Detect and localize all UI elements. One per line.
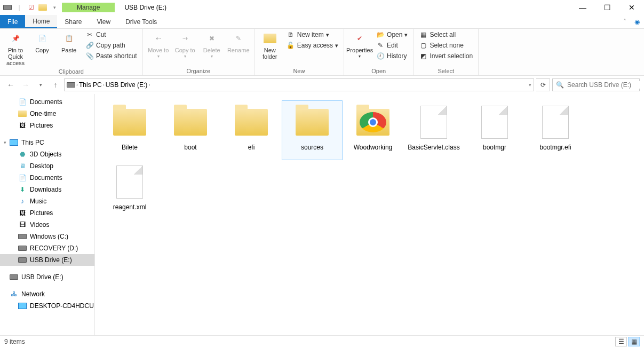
chevron-down-icon[interactable]: ▾ (529, 82, 531, 88)
navigation-pane[interactable]: 📄Documents One-time 🖼Pictures ▾This PC ⬣… (0, 94, 95, 335)
item-bootmgr[interactable]: bootmgr (464, 100, 525, 160)
paste-button[interactable]: 📋Paste (57, 30, 81, 54)
ribbon-group-new: New folder 🗎New item ▾ 🔓Easy access ▾ Ne… (255, 29, 344, 75)
up-button[interactable]: ↑ (49, 78, 62, 91)
search-input[interactable] (567, 81, 644, 89)
nav-this-pc[interactable]: ▾This PC (0, 137, 94, 148)
breadcrumb-this-pc[interactable]: This PC (79, 81, 102, 89)
help-icon[interactable]: ◉ (630, 15, 644, 28)
new-item-icon: 🗎 (287, 30, 295, 39)
file-icon (110, 163, 149, 201)
drive-icon (3, 3, 12, 12)
copy-button[interactable]: 📄Copy (30, 30, 54, 54)
paste-shortcut-button[interactable]: 📎Paste shortcut (83, 51, 139, 61)
file-icon (415, 103, 453, 141)
nav-network[interactable]: 🖧Network (0, 288, 94, 300)
contextual-tab-header[interactable]: Manage (62, 3, 115, 12)
chevron-right-icon[interactable]: › (103, 82, 105, 88)
nav-documents[interactable]: 📄Documents (0, 96, 94, 108)
select-all-icon: ▦ (419, 30, 427, 39)
ribbon-group-label: Clipboard (3, 67, 139, 76)
titlebar: | ☑ ▾ Manage USB Drive (E:) — ☐ ✕ (0, 0, 644, 15)
chevron-right-icon[interactable]: › (76, 82, 78, 88)
qat-folder-icon[interactable] (38, 3, 47, 12)
nav-desktop[interactable]: 🖥Desktop (0, 160, 94, 172)
nav-pictures2[interactable]: 🖼Pictures (0, 207, 94, 219)
history-icon: 🕘 (376, 52, 385, 60)
maximize-button[interactable]: ☐ (595, 0, 619, 15)
item-bootmgr-efi[interactable]: bootmgr.efi (525, 100, 586, 160)
item-sources[interactable]: sources (282, 100, 343, 160)
minimize-button[interactable]: — (570, 0, 595, 15)
nav-desktop-host[interactable]: DESKTOP-CD4HDCU (0, 300, 94, 312)
copy-path-button[interactable]: 🔗Copy path (83, 41, 139, 50)
item-basicservlet-class[interactable]: BasicServlet.class (403, 100, 464, 160)
details-view-button[interactable]: ☰ (615, 337, 627, 346)
nav-pictures[interactable]: 🖼Pictures (0, 120, 94, 131)
breadcrumb-usb-drive[interactable]: USB Drive (E:) (106, 81, 148, 89)
tab-home[interactable]: Home (25, 15, 57, 28)
move-to-button[interactable]: ⇠Move to▾ (146, 30, 171, 60)
ribbon-tabs: File Home Share View Drive Tools ˄ ◉ (0, 15, 644, 29)
item-woodworking[interactable]: Woodworking (343, 100, 403, 160)
nav-downloads[interactable]: ⬇Downloads (0, 184, 94, 195)
search-box[interactable]: 🔍 (552, 78, 640, 91)
new-folder-button[interactable]: New folder (258, 30, 282, 61)
tab-file[interactable]: File (0, 15, 25, 28)
select-all-button[interactable]: ▦Select all (417, 30, 475, 40)
pin-quick-access-button[interactable]: 📌Pin to Quick access (3, 30, 28, 67)
history-button[interactable]: 🕘History (374, 51, 410, 61)
ribbon-group-label: Organize (146, 67, 251, 75)
tab-share[interactable]: Share (57, 15, 89, 28)
folder-icon (232, 103, 271, 141)
chevron-down-icon[interactable]: ▾ (2, 140, 7, 145)
invert-selection-button[interactable]: ◩Invert selection (417, 51, 475, 61)
desktop-icon: 🖥 (18, 162, 27, 170)
nav-usb-e2[interactable]: USB Drive (E:) (0, 271, 94, 283)
recent-locations-button[interactable]: ▾ (34, 78, 47, 91)
qat-check-icon[interactable]: ☑ (27, 3, 35, 12)
content-pane[interactable]: BiletebootefisourcesWoodworkingBasicServ… (95, 94, 644, 335)
paste-icon: 📋 (61, 31, 76, 46)
refresh-button[interactable]: ⟳ (536, 78, 550, 91)
item-bilete[interactable]: Bilete (99, 100, 160, 160)
edit-button[interactable]: ✎Edit (374, 41, 410, 50)
chevron-right-icon[interactable]: › (148, 82, 150, 88)
nav-usb-e[interactable]: USB Drive (E:) (0, 254, 94, 266)
select-none-button[interactable]: ▢Select none (417, 41, 475, 50)
nav-recovery-d[interactable]: RECOVERY (D:) (0, 242, 94, 254)
easy-access-button[interactable]: 🔓Easy access ▾ (284, 41, 340, 50)
item-count: 9 items (4, 338, 25, 345)
properties-button[interactable]: ✔Properties▾ (347, 30, 372, 60)
cut-button[interactable]: ✂Cut (83, 30, 139, 40)
item-efi[interactable]: efi (221, 100, 282, 160)
rename-button[interactable]: ✎Rename (226, 30, 251, 54)
item-boot[interactable]: boot (160, 100, 221, 160)
forward-button[interactable]: → (19, 78, 32, 91)
item-reagent-xml[interactable]: reagent.xml (99, 160, 160, 220)
file-icon (475, 103, 514, 141)
item-label: BasicServlet.class (408, 144, 459, 151)
invert-selection-icon: ◩ (419, 52, 427, 60)
nav-documents2[interactable]: 📄Documents (0, 172, 94, 184)
tab-view[interactable]: View (89, 15, 118, 28)
nav-one-time[interactable]: One-time (0, 108, 94, 120)
item-label: efi (248, 144, 255, 151)
back-button[interactable]: ← (4, 78, 17, 91)
nav-3d-objects[interactable]: ⬣3D Objects (0, 148, 94, 160)
open-button[interactable]: 📂Open ▾ (374, 30, 410, 40)
nav-videos[interactable]: 🎞Videos (0, 219, 94, 231)
pictures-icon: 🖼 (18, 209, 27, 217)
delete-button[interactable]: ✖Delete▾ (200, 30, 224, 60)
icons-view-button[interactable]: ▦ (628, 337, 640, 346)
collapse-ribbon-icon[interactable]: ˄ (619, 15, 630, 28)
nav-music[interactable]: ♪Music (0, 195, 94, 207)
tab-drive-tools[interactable]: Drive Tools (118, 15, 164, 28)
qat-dropdown-icon[interactable]: ▾ (50, 3, 59, 12)
breadcrumb[interactable]: › This PC › USB Drive (E:) › ▾ (64, 78, 534, 91)
new-item-button[interactable]: 🗎New item ▾ (284, 30, 340, 40)
status-bar: 9 items ☰ ▦ (0, 335, 644, 347)
copy-to-button[interactable]: ⇢Copy to▾ (173, 30, 197, 60)
close-button[interactable]: ✕ (619, 0, 644, 15)
nav-windows-c[interactable]: Windows (C:) (0, 231, 94, 242)
